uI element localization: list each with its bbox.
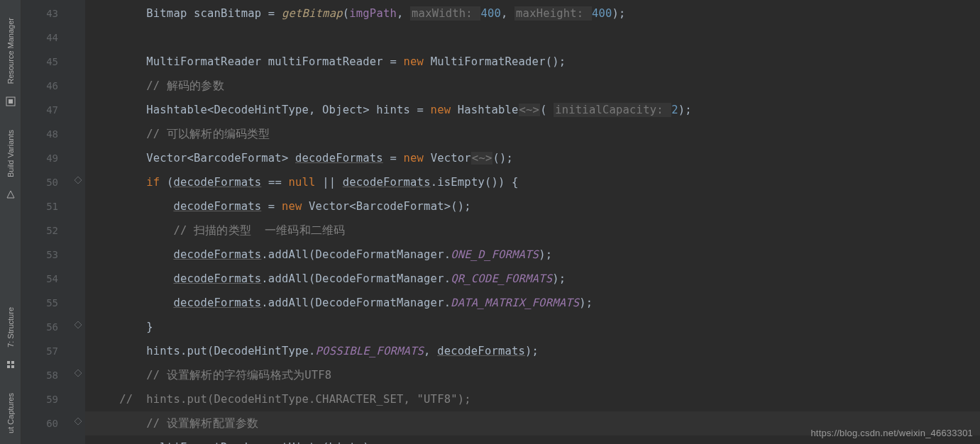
svg-rect-2 xyxy=(7,361,10,364)
code-editor[interactable]: Bitmap scanBitmap = getBitmap(imgPath, m… xyxy=(85,0,980,444)
code-line: hints.put(DecodeHintType.POSSIBLE_FORMAT… xyxy=(85,339,980,363)
line-number: 51 xyxy=(21,194,71,218)
left-tool-bar: Resource Manager Build Variants 7: Struc… xyxy=(0,0,21,444)
sidebar-item-build-variants[interactable]: Build Variants xyxy=(5,119,16,188)
sidebar-item-structure[interactable]: 7: Structure xyxy=(5,296,16,358)
code-line: decodeFormats = new Vector<BarcodeFormat… xyxy=(85,194,980,218)
code-line: if (decodeFormats == null || decodeForma… xyxy=(85,170,980,194)
code-line: // 扫描的类型 一维码和二维码 xyxy=(85,218,980,243)
structure-icon xyxy=(6,360,16,370)
line-number: 47 xyxy=(21,98,71,122)
line-number: 46 xyxy=(21,74,71,98)
code-line: } xyxy=(85,315,980,339)
code-line: Vector<BarcodeFormat> decodeFormats = ne… xyxy=(85,146,980,170)
watermark-text: https://blog.csdn.net/weixin_46633301 xyxy=(810,428,973,438)
line-number: 55 xyxy=(21,291,71,315)
line-number: 43 xyxy=(21,1,71,26)
line-number: 57 xyxy=(21,339,71,363)
code-line: // 可以解析的编码类型 xyxy=(85,122,980,146)
line-number: 52 xyxy=(21,218,71,243)
line-number: 60 xyxy=(21,411,71,435)
code-line: decodeFormats.addAll(DecodeFormatManager… xyxy=(85,267,980,291)
gutter-line-numbers: 43 44 45 46 47 48 49 50 51 52 53 54 55 5… xyxy=(21,0,71,444)
code-line: // 设置解析的字符编码格式为UTF8 xyxy=(85,363,980,387)
sidebar-item-resource-manager[interactable]: Resource Manager xyxy=(5,7,16,95)
line-number: 44 xyxy=(21,26,71,50)
line-number: 61 xyxy=(21,435,71,444)
gutter-fold-column xyxy=(71,0,85,444)
line-number: 56 xyxy=(21,315,71,339)
svg-rect-3 xyxy=(11,361,14,364)
svg-rect-5 xyxy=(11,365,14,368)
line-number: 54 xyxy=(21,267,71,291)
code-line: // 解码的参数 xyxy=(85,74,980,98)
code-line: // hints.put(DecodeHintType.CHARACTER_SE… xyxy=(85,387,980,411)
fold-marker-icon[interactable] xyxy=(74,319,82,328)
line-number: 59 xyxy=(21,387,71,411)
svg-rect-4 xyxy=(7,365,10,368)
code-line: MultiFormatReader multiFormatReader = ne… xyxy=(85,50,980,74)
line-number: 49 xyxy=(21,146,71,170)
sidebar-item-captures[interactable]: ut Captures xyxy=(5,382,16,444)
code-line: Bitmap scanBitmap = getBitmap(imgPath, m… xyxy=(85,1,980,26)
fold-marker-icon[interactable] xyxy=(74,416,82,424)
code-line: decodeFormats.addAll(DecodeFormatManager… xyxy=(85,243,980,267)
code-line: decodeFormats.addAll(DecodeFormatManager… xyxy=(85,291,980,315)
line-number: 58 xyxy=(21,363,71,387)
line-number: 50 xyxy=(21,170,71,194)
code-line xyxy=(85,26,980,50)
line-number: 45 xyxy=(21,50,71,74)
line-number: 48 xyxy=(21,122,71,146)
build-variants-icon xyxy=(6,189,16,199)
resource-manager-icon xyxy=(6,96,16,106)
line-number: 53 xyxy=(21,243,71,267)
code-line: Hashtable<DecodeHintType, Object> hints … xyxy=(85,98,980,122)
fold-marker-icon[interactable] xyxy=(74,367,82,376)
fold-marker-icon[interactable] xyxy=(74,174,82,183)
svg-rect-1 xyxy=(9,99,13,104)
